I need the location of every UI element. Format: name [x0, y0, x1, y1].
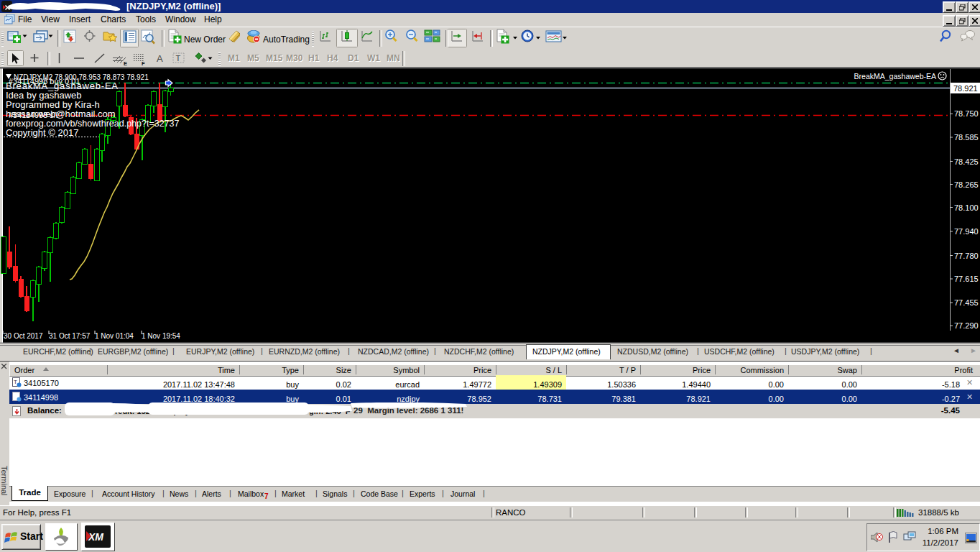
- svg-text:78.265: 78.265: [954, 180, 979, 189]
- svg-text:78.585: 78.585: [954, 133, 979, 142]
- svg-text:78.425: 78.425: [954, 157, 979, 166]
- svg-text:77.455: 77.455: [954, 298, 979, 307]
- svg-text:77.290: 77.290: [954, 321, 979, 330]
- svg-text:F: F: [142, 60, 145, 67]
- svg-text:New Order: New Order: [184, 34, 226, 45]
- svg-text:1 Nov 01:04: 1 Nov 01:04: [95, 332, 134, 340]
- svg-text:31 Oct 17:57: 31 Oct 17:57: [49, 332, 91, 340]
- svg-text:1 Nov 19:54: 1 Nov 19:54: [142, 332, 180, 340]
- svg-text:E: E: [124, 60, 127, 67]
- svg-text:78.921: 78.921: [953, 84, 978, 93]
- svg-text:77.940: 77.940: [954, 227, 979, 236]
- svg-text:78.750: 78.750: [954, 109, 979, 118]
- svg-text:A: A: [157, 53, 163, 64]
- svg-text:BreakMA_gashaweb-EA: BreakMA_gashaweb-EA: [854, 72, 936, 80]
- svg-text:77.615: 77.615: [954, 275, 979, 283]
- svg-text:Copyright © 2017: Copyright © 2017: [6, 127, 78, 138]
- svg-text:78.100: 78.100: [954, 203, 979, 212]
- svg-text:30 Oct 2017: 30 Oct 2017: [4, 332, 43, 340]
- svg-text:T: T: [14, 379, 17, 385]
- svg-text:T: T: [176, 54, 181, 63]
- svg-text:77.780: 77.780: [954, 252, 979, 260]
- svg-text:AutoTrading: AutoTrading: [263, 34, 310, 45]
